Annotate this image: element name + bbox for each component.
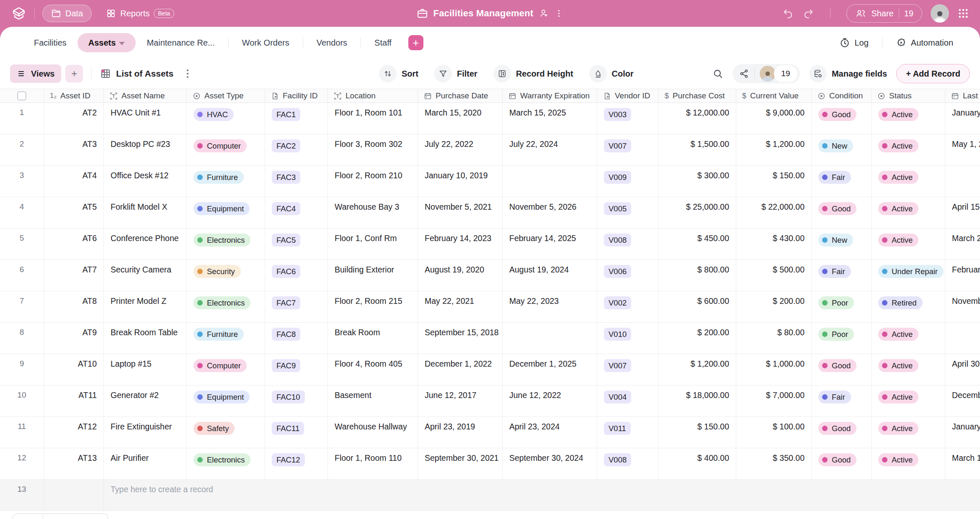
cell-location[interactable]: Floor 1, Conf Rm: [328, 229, 418, 260]
cell-value[interactable]: $ 200.00: [736, 291, 812, 322]
cell-vendor[interactable]: V009: [597, 166, 659, 197]
data-tab-button[interactable]: Data: [42, 5, 92, 22]
cell-facility[interactable]: FAC1: [265, 103, 328, 134]
app-logo-icon[interactable]: [11, 5, 27, 21]
cell-purchase_date[interactable]: September 15, 2018: [418, 323, 503, 354]
cell-warranty[interactable]: August 19, 2024: [503, 260, 597, 291]
cell-asset_id[interactable]: AT8: [44, 291, 104, 322]
cell-type[interactable]: Safety: [187, 417, 265, 448]
cell-vendor[interactable]: V007: [597, 134, 659, 165]
cell-value[interactable]: $ 350.00: [736, 448, 812, 479]
cell-cost[interactable]: $ 18,000.00: [659, 385, 736, 416]
manage-fields-button[interactable]: Manage fields: [809, 65, 887, 82]
cell-condition[interactable]: Fair: [812, 260, 872, 291]
cell-row-number[interactable]: 2: [0, 134, 44, 165]
cell-warranty[interactable]: April 23, 2024: [503, 417, 597, 448]
redo-icon[interactable]: [802, 8, 814, 19]
cell-value[interactable]: $ 80.00: [736, 323, 812, 354]
cell-asset_id[interactable]: AT4: [44, 166, 104, 197]
cell-location[interactable]: Floor 4, Room 405: [328, 354, 418, 385]
cell-name[interactable]: Printer Model Z: [104, 291, 187, 322]
cell-purchase_date[interactable]: July 22, 2022: [418, 134, 503, 165]
cell-name[interactable]: Security Camera: [104, 260, 187, 291]
column-header-location[interactable]: Location: [328, 89, 418, 103]
cell-last[interactable]: January: [945, 417, 980, 448]
cell-row-number[interactable]: 11: [0, 417, 44, 448]
cell-type[interactable]: Security: [187, 260, 265, 291]
cell-condition[interactable]: Fair: [812, 166, 872, 197]
cell-type[interactable]: HVAC: [187, 103, 265, 134]
view-kebab-icon[interactable]: [184, 67, 191, 80]
cell-name[interactable]: Desktop PC #23: [104, 134, 187, 165]
cell-condition[interactable]: Good: [812, 417, 872, 448]
tab-work-orders[interactable]: Work Orders: [231, 33, 300, 52]
column-header-facility[interactable]: Facility ID: [265, 89, 328, 103]
cell-value[interactable]: $ 100.00: [736, 417, 812, 448]
cell-name[interactable]: HVAC Unit #1: [104, 103, 187, 134]
cell-name[interactable]: Air Purifier: [104, 448, 187, 479]
cell-vendor[interactable]: V008: [597, 229, 659, 260]
cell-cost[interactable]: $ 25,000.00: [659, 197, 736, 228]
cell-asset_id[interactable]: AT9: [44, 323, 104, 354]
cell-value[interactable]: $ 1,000.00: [736, 354, 812, 385]
cell-name[interactable]: Fire Extinguisher: [104, 417, 187, 448]
cell-warranty[interactable]: September 30, 2024: [503, 448, 597, 479]
cell-warranty[interactable]: May 22, 2023: [503, 291, 597, 322]
cell-vendor[interactable]: V002: [597, 291, 659, 322]
cell-row-number[interactable]: 7: [0, 291, 44, 322]
add-row-button[interactable]: +: [13, 514, 43, 519]
cell-name[interactable]: Conference Phone: [104, 229, 187, 260]
cell-warranty[interactable]: July 22, 2024: [503, 134, 597, 165]
cell-asset_id[interactable]: AT7: [44, 260, 104, 291]
cell-name[interactable]: Office Desk #12: [104, 166, 187, 197]
cell-asset_id[interactable]: AT11: [44, 385, 104, 416]
cell-cost[interactable]: $ 600.00: [659, 291, 736, 322]
cell-facility[interactable]: FAC10: [265, 385, 328, 416]
cell-row-number[interactable]: 4: [0, 197, 44, 228]
column-header-vendor[interactable]: Vendor ID: [597, 89, 659, 103]
cell-purchase_date[interactable]: December 1, 2022: [418, 354, 503, 385]
add-record-button[interactable]: + Add Record: [896, 64, 970, 83]
cell-last[interactable]: Novemb: [945, 291, 980, 322]
cell-last[interactable]: May 1, 2: [945, 134, 980, 165]
cell-vendor[interactable]: V006: [597, 260, 659, 291]
tab-staff[interactable]: Staff: [364, 33, 402, 52]
column-header-last[interactable]: Last: [945, 89, 980, 103]
cell-warranty[interactable]: December 1, 2025: [503, 354, 597, 385]
cell-location[interactable]: Basement: [328, 385, 418, 416]
cell-facility[interactable]: FAC8: [265, 323, 328, 354]
cell-cost[interactable]: $ 800.00: [659, 260, 736, 291]
cell-location[interactable]: Break Room: [328, 323, 418, 354]
cell-value[interactable]: $ 150.00: [736, 166, 812, 197]
cell-type[interactable]: Electronics: [187, 229, 265, 260]
cell-condition[interactable]: Good: [812, 103, 872, 134]
cell-facility[interactable]: FAC6: [265, 260, 328, 291]
cell-vendor[interactable]: V004: [597, 385, 659, 416]
cell-value[interactable]: $ 500.00: [736, 260, 812, 291]
cell-type[interactable]: Electronics: [187, 448, 265, 479]
cell-status[interactable]: Under Repair: [872, 260, 945, 291]
cell-vendor[interactable]: V008: [597, 448, 659, 479]
cell-type[interactable]: Furniture: [187, 166, 265, 197]
cell-warranty[interactable]: November 5, 2026: [503, 197, 597, 228]
cell-condition[interactable]: Good: [812, 448, 872, 479]
column-header-type[interactable]: Asset Type: [187, 89, 265, 103]
select-all-checkbox[interactable]: [17, 91, 26, 100]
cell-status[interactable]: Active: [872, 417, 945, 448]
tab-vendors[interactable]: Vendors: [306, 33, 358, 52]
cell-row-number[interactable]: 12: [0, 448, 44, 479]
cell-value[interactable]: $ 9,000.00: [736, 103, 812, 134]
cell-type[interactable]: Equipment: [187, 197, 265, 228]
cell-purchase_date[interactable]: September 30, 2021: [418, 448, 503, 479]
apps-grid-icon[interactable]: [957, 8, 969, 19]
cell-purchase_date[interactable]: April 23, 2019: [418, 417, 503, 448]
cell-last[interactable]: April 30,: [945, 354, 980, 385]
cell-condition[interactable]: Fair: [812, 385, 872, 416]
cell-row-number[interactable]: 10: [0, 385, 44, 416]
column-header-cost[interactable]: $Purchase Cost: [659, 89, 736, 103]
cell-condition[interactable]: Good: [812, 354, 872, 385]
cell-condition[interactable]: Poor: [812, 323, 872, 354]
cell-last[interactable]: March 1: [945, 448, 980, 479]
cell-condition[interactable]: Good: [812, 197, 872, 228]
cell-facility[interactable]: FAC5: [265, 229, 328, 260]
